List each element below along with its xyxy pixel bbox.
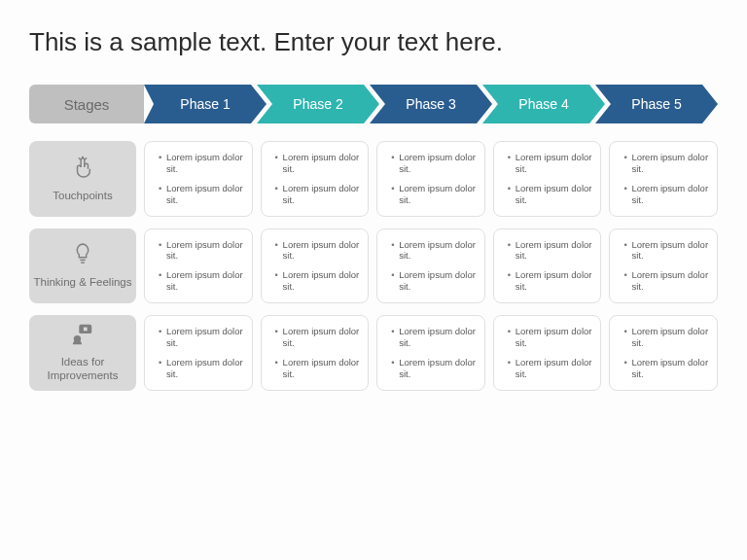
content-cell: Lorem ipsum dolor sit.Lorem ipsum dolor … [144, 228, 253, 304]
bullet: Lorem ipsum dolor sit. [391, 239, 477, 262]
chat-icon [71, 323, 94, 350]
bullet: Lorem ipsum dolor sit. [275, 239, 361, 262]
content-cell: Lorem ipsum dolor sit.Lorem ipsum dolor … [261, 141, 370, 217]
content-cell: Lorem ipsum dolor sit.Lorem ipsum dolor … [609, 141, 718, 217]
row-label-thinking: Thinking & Feelings [29, 228, 136, 304]
content-cell: Lorem ipsum dolor sit.Lorem ipsum dolor … [493, 141, 602, 217]
content-grid: Touchpoints Lorem ipsum dolor sit.Lorem … [29, 141, 718, 391]
bullet: Lorem ipsum dolor sit. [275, 152, 361, 175]
content-cell: Lorem ipsum dolor sit.Lorem ipsum dolor … [376, 228, 485, 304]
bullet: Lorem ipsum dolor sit. [508, 239, 593, 262]
bullet: Lorem ipsum dolor sit. [391, 183, 477, 206]
bullet: Lorem ipsum dolor sit. [275, 269, 361, 293]
content-cell: Lorem ipsum dolor sit.Lorem ipsum dolor … [261, 228, 370, 304]
bullet: Lorem ipsum dolor sit. [275, 183, 361, 206]
bullet: Lorem ipsum dolor sit. [391, 357, 477, 380]
phase-arrow-2: Phase 2 [257, 85, 379, 123]
bullet: Lorem ipsum dolor sit. [159, 357, 244, 380]
bullet: Lorem ipsum dolor sit. [623, 239, 709, 262]
bullet: Lorem ipsum dolor sit. [508, 326, 593, 349]
bullet: Lorem ipsum dolor sit. [623, 152, 709, 175]
stages-label: Stages [29, 85, 144, 123]
bullet: Lorem ipsum dolor sit. [159, 239, 244, 262]
bullet: Lorem ipsum dolor sit. [159, 183, 244, 206]
bullet: Lorem ipsum dolor sit. [508, 183, 593, 206]
row-label-text: Thinking & Feelings [34, 276, 132, 290]
row-label-text: Ideas for Improvements [33, 356, 132, 383]
phase-label: Phase 1 [180, 96, 230, 112]
phase-label: Phase 2 [293, 96, 342, 112]
phase-arrow-3: Phase 3 [370, 85, 492, 123]
phase-arrow-1: Phase 1 [144, 85, 267, 123]
content-cell: Lorem ipsum dolor sit.Lorem ipsum dolor … [261, 315, 370, 391]
page-title: This is a sample text. Enter your text h… [29, 27, 718, 57]
bulb-icon [72, 241, 93, 270]
bullet: Lorem ipsum dolor sit. [623, 269, 709, 293]
content-cell: Lorem ipsum dolor sit.Lorem ipsum dolor … [609, 315, 718, 391]
bullet: Lorem ipsum dolor sit. [391, 152, 477, 175]
bullet: Lorem ipsum dolor sit. [623, 357, 709, 380]
touch-icon [72, 155, 93, 184]
row-touchpoints: Touchpoints Lorem ipsum dolor sit.Lorem … [29, 141, 718, 217]
row-label-touchpoints: Touchpoints [29, 141, 136, 217]
content-cell: Lorem ipsum dolor sit.Lorem ipsum dolor … [144, 315, 253, 391]
bullet: Lorem ipsum dolor sit. [159, 326, 244, 349]
bullet: Lorem ipsum dolor sit. [391, 326, 477, 349]
phase-label: Phase 5 [631, 96, 681, 112]
stages-header: Stages Phase 1 Phase 2 Phase 3 Phase 4 P… [29, 85, 718, 123]
bullet: Lorem ipsum dolor sit. [159, 152, 244, 175]
bullet: Lorem ipsum dolor sit. [391, 269, 477, 293]
phase-arrow-5: Phase 5 [595, 85, 718, 123]
svg-point-0 [82, 157, 84, 158]
content-cell: Lorem ipsum dolor sit.Lorem ipsum dolor … [609, 228, 718, 304]
row-label-ideas: Ideas for Improvements [29, 315, 136, 391]
row-label-text: Touchpoints [53, 190, 112, 203]
content-cell: Lorem ipsum dolor sit.Lorem ipsum dolor … [376, 141, 485, 217]
row-ideas: Ideas for Improvements Lorem ipsum dolor… [29, 315, 718, 391]
content-cell: Lorem ipsum dolor sit.Lorem ipsum dolor … [493, 315, 602, 391]
bullet: Lorem ipsum dolor sit. [623, 183, 709, 206]
phase-label: Phase 4 [518, 96, 568, 112]
bullet: Lorem ipsum dolor sit. [159, 269, 244, 293]
content-cell: Lorem ipsum dolor sit.Lorem ipsum dolor … [144, 141, 253, 217]
svg-rect-4 [84, 328, 88, 332]
bullet: Lorem ipsum dolor sit. [623, 326, 709, 349]
bullet: Lorem ipsum dolor sit. [508, 269, 593, 293]
bullet: Lorem ipsum dolor sit. [508, 152, 593, 175]
phase-arrow-4: Phase 4 [482, 85, 605, 123]
bullet: Lorem ipsum dolor sit. [508, 357, 593, 380]
row-thinking: Thinking & Feelings Lorem ipsum dolor si… [29, 228, 718, 304]
bullet: Lorem ipsum dolor sit. [275, 357, 361, 380]
content-cell: Lorem ipsum dolor sit.Lorem ipsum dolor … [376, 315, 485, 391]
bullet: Lorem ipsum dolor sit. [275, 326, 361, 349]
content-cell: Lorem ipsum dolor sit.Lorem ipsum dolor … [493, 228, 602, 304]
phase-label: Phase 3 [406, 96, 455, 112]
